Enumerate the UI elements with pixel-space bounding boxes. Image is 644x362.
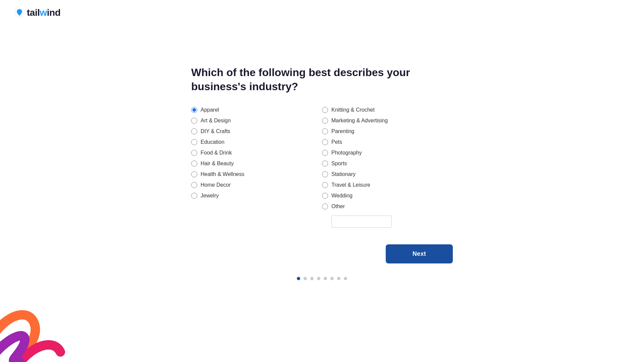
radio-option-knitting_crochet[interactable]: Knitting & Crochet	[322, 107, 453, 113]
radio-option-apparel[interactable]: Apparel	[191, 107, 302, 113]
radio-travel_leisure[interactable]	[322, 182, 328, 188]
decorative-shape	[0, 268, 74, 362]
label-stationary: Stationary	[331, 171, 356, 177]
pagination-dot-3[interactable]	[317, 277, 320, 280]
label-knitting_crochet: Knitting & Crochet	[331, 107, 375, 113]
radio-option-jewelry[interactable]: Jewelry	[191, 193, 302, 199]
label-photography: Photography	[331, 150, 362, 156]
next-button[interactable]: Next	[386, 244, 453, 263]
radio-jewelry[interactable]	[191, 193, 197, 199]
radio-option-education[interactable]: Education	[191, 139, 302, 145]
radio-option-stationary[interactable]: Stationary	[322, 171, 453, 177]
radio-option-travel_leisure[interactable]: Travel & Leisure	[322, 182, 453, 188]
question-title: Which of the following best describes yo…	[191, 66, 453, 94]
radio-home_decor[interactable]	[191, 182, 197, 188]
label-art_design: Art & Design	[201, 118, 231, 124]
left-column: ApparelArt & DesignDIY & CraftsEducation…	[191, 107, 322, 228]
label-apparel: Apparel	[201, 107, 219, 113]
radio-option-parenting[interactable]: Parenting	[322, 128, 453, 134]
radio-option-sports[interactable]: Sports	[322, 161, 453, 167]
radio-option-other[interactable]: Other	[322, 203, 453, 209]
radio-health_wellness[interactable]	[191, 171, 197, 177]
radio-sports[interactable]	[322, 161, 328, 167]
radio-pets[interactable]	[322, 139, 328, 145]
label-wedding: Wedding	[331, 193, 353, 199]
logo: tailwind	[13, 7, 631, 19]
logo-text: tailwind	[27, 7, 60, 18]
label-sports: Sports	[331, 161, 347, 167]
radio-option-pets[interactable]: Pets	[322, 139, 453, 145]
radio-option-wedding[interactable]: Wedding	[322, 193, 453, 199]
pagination-dots	[191, 277, 453, 280]
radio-food_drink[interactable]	[191, 150, 197, 156]
radio-hair_beauty[interactable]	[191, 161, 197, 167]
radio-wedding[interactable]	[322, 193, 328, 199]
label-other: Other	[331, 203, 345, 209]
radio-apparel[interactable]	[191, 107, 197, 113]
radio-knitting_crochet[interactable]	[322, 107, 328, 113]
radio-option-art_design[interactable]: Art & Design	[191, 118, 302, 124]
label-jewelry: Jewelry	[201, 193, 219, 199]
form-container: Which of the following best describes yo…	[191, 66, 453, 280]
radio-option-photography[interactable]: Photography	[322, 150, 453, 156]
radio-stationary[interactable]	[322, 171, 328, 177]
label-parenting: Parenting	[331, 128, 355, 134]
pagination-dot-1[interactable]	[304, 277, 307, 280]
radio-option-diy_crafts[interactable]: DIY & Crafts	[191, 128, 302, 134]
radio-option-marketing_advertising[interactable]: Marketing & Advertising	[322, 118, 453, 124]
label-education: Education	[201, 139, 224, 145]
pagination-dot-5[interactable]	[330, 277, 334, 280]
radio-education[interactable]	[191, 139, 197, 145]
radio-parenting[interactable]	[322, 128, 328, 134]
tailwind-logo-icon	[13, 7, 25, 19]
radio-other[interactable]	[322, 203, 328, 209]
pagination-dot-0[interactable]	[297, 277, 300, 280]
label-food_drink: Food & Drink	[201, 150, 232, 156]
right-column: Knitting & CrochetMarketing & Advertisin…	[322, 107, 453, 228]
header: tailwind	[0, 0, 644, 25]
label-hair_beauty: Hair & Beauty	[201, 161, 234, 167]
radio-option-health_wellness[interactable]: Health & Wellness	[191, 171, 302, 177]
button-row: Next	[191, 244, 453, 263]
other-text-input[interactable]	[331, 216, 392, 228]
radio-diy_crafts[interactable]	[191, 128, 197, 134]
label-home_decor: Home Decor	[201, 182, 231, 188]
label-diy_crafts: DIY & Crafts	[201, 128, 230, 134]
radio-option-food_drink[interactable]: Food & Drink	[191, 150, 302, 156]
pagination-dot-2[interactable]	[310, 277, 314, 280]
radio-art_design[interactable]	[191, 118, 197, 124]
label-travel_leisure: Travel & Leisure	[331, 182, 370, 188]
pagination-dot-7[interactable]	[344, 277, 347, 280]
radio-photography[interactable]	[322, 150, 328, 156]
pagination-dot-4[interactable]	[324, 277, 327, 280]
pagination-dot-6[interactable]	[337, 277, 340, 280]
radio-option-home_decor[interactable]: Home Decor	[191, 182, 302, 188]
label-health_wellness: Health & Wellness	[201, 171, 244, 177]
label-marketing_advertising: Marketing & Advertising	[331, 118, 388, 124]
label-pets: Pets	[331, 139, 342, 145]
radio-option-hair_beauty[interactable]: Hair & Beauty	[191, 161, 302, 167]
main-content: Which of the following best describes yo…	[0, 25, 644, 280]
radio-marketing_advertising[interactable]	[322, 118, 328, 124]
options-grid: ApparelArt & DesignDIY & CraftsEducation…	[191, 107, 453, 228]
